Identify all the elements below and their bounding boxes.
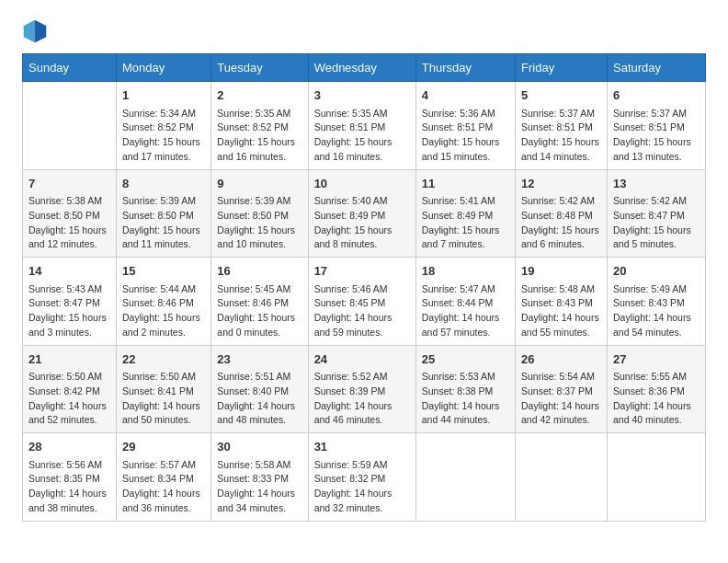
- sunrise-text: Sunrise: 5:39 AM: [122, 195, 196, 206]
- page-header: [22, 18, 706, 44]
- date-number: 18: [422, 262, 509, 281]
- cell-details: Sunrise: 5:53 AMSunset: 8:38 PMDaylight:…: [422, 370, 509, 428]
- daylight-text: Daylight: 14 hours and 52 minutes.: [28, 400, 107, 426]
- cell-details: Sunrise: 5:50 AMSunset: 8:41 PMDaylight:…: [122, 370, 205, 428]
- calendar-cell: 23Sunrise: 5:51 AMSunset: 8:40 PMDayligh…: [211, 345, 308, 433]
- sunset-text: Sunset: 8:51 PM: [314, 121, 386, 132]
- day-header-thursday: Thursday: [415, 54, 515, 82]
- daylight-text: Daylight: 15 hours and 0 minutes.: [217, 312, 295, 338]
- sunrise-text: Sunrise: 5:53 AM: [422, 371, 495, 382]
- cell-details: Sunrise: 5:38 AMSunset: 8:50 PMDaylight:…: [28, 194, 110, 252]
- day-header-friday: Friday: [516, 54, 608, 82]
- calendar-cell: 24Sunrise: 5:52 AMSunset: 8:39 PMDayligh…: [308, 345, 415, 433]
- sunrise-text: Sunrise: 5:50 AM: [28, 371, 102, 382]
- date-number: 3: [314, 86, 410, 105]
- date-number: 24: [314, 350, 410, 369]
- cell-details: Sunrise: 5:49 AMSunset: 8:43 PMDaylight:…: [613, 282, 700, 340]
- week-row-4: 21Sunrise: 5:50 AMSunset: 8:42 PMDayligh…: [23, 345, 706, 433]
- date-number: 22: [122, 350, 205, 369]
- sunrise-text: Sunrise: 5:36 AM: [422, 108, 495, 119]
- calendar-header-row: SundayMondayTuesdayWednesdayThursdayFrid…: [23, 54, 706, 82]
- date-number: 15: [122, 262, 205, 281]
- sunrise-text: Sunrise: 5:59 AM: [314, 459, 388, 470]
- cell-details: Sunrise: 5:36 AMSunset: 8:51 PMDaylight:…: [422, 107, 509, 165]
- date-number: 26: [521, 350, 601, 369]
- date-number: 2: [217, 86, 301, 105]
- sunrise-text: Sunrise: 5:37 AM: [613, 108, 687, 119]
- sunrise-text: Sunrise: 5:43 AM: [28, 283, 102, 294]
- cell-details: Sunrise: 5:37 AMSunset: 8:51 PMDaylight:…: [521, 107, 601, 165]
- sunset-text: Sunset: 8:45 PM: [314, 297, 386, 308]
- calendar-cell: 9Sunrise: 5:39 AMSunset: 8:50 PMDaylight…: [211, 169, 308, 258]
- daylight-text: Daylight: 14 hours and 57 minutes.: [422, 312, 500, 338]
- sunset-text: Sunset: 8:36 PM: [613, 385, 685, 396]
- cell-details: Sunrise: 5:40 AMSunset: 8:49 PMDaylight:…: [314, 194, 410, 252]
- daylight-text: Daylight: 14 hours and 54 minutes.: [613, 312, 691, 338]
- cell-details: Sunrise: 5:43 AMSunset: 8:47 PMDaylight:…: [28, 282, 110, 340]
- daylight-text: Daylight: 15 hours and 15 minutes.: [422, 136, 500, 162]
- calendar-cell: [516, 433, 608, 522]
- sunrise-text: Sunrise: 5:37 AM: [521, 108, 595, 119]
- daylight-text: Daylight: 15 hours and 5 minutes.: [613, 224, 691, 250]
- daylight-text: Daylight: 14 hours and 48 minutes.: [217, 400, 295, 426]
- calendar-cell: 14Sunrise: 5:43 AMSunset: 8:47 PMDayligh…: [23, 258, 117, 346]
- cell-details: Sunrise: 5:44 AMSunset: 8:46 PMDaylight:…: [122, 282, 205, 340]
- date-number: 29: [122, 438, 205, 456]
- calendar-cell: 8Sunrise: 5:39 AMSunset: 8:50 PMDaylight…: [117, 169, 211, 258]
- calendar-cell: 4Sunrise: 5:36 AMSunset: 8:51 PMDaylight…: [415, 82, 515, 170]
- sunset-text: Sunset: 8:48 PM: [521, 210, 593, 221]
- sunrise-text: Sunrise: 5:35 AM: [217, 108, 290, 119]
- date-number: 5: [521, 86, 601, 105]
- date-number: 13: [613, 175, 700, 193]
- calendar-cell: 6Sunrise: 5:37 AMSunset: 8:51 PMDaylight…: [608, 82, 706, 170]
- daylight-text: Daylight: 14 hours and 46 minutes.: [314, 400, 392, 426]
- cell-details: Sunrise: 5:48 AMSunset: 8:43 PMDaylight:…: [521, 282, 601, 340]
- date-number: 12: [521, 175, 601, 193]
- date-number: 19: [521, 262, 601, 281]
- daylight-text: Daylight: 15 hours and 12 minutes.: [28, 224, 107, 250]
- calendar-cell: 7Sunrise: 5:38 AMSunset: 8:50 PMDaylight…: [23, 169, 117, 258]
- daylight-text: Daylight: 14 hours and 55 minutes.: [521, 312, 599, 338]
- date-number: 8: [122, 175, 205, 193]
- cell-details: Sunrise: 5:35 AMSunset: 8:52 PMDaylight:…: [217, 107, 301, 165]
- date-number: 7: [28, 175, 110, 193]
- sunset-text: Sunset: 8:46 PM: [122, 297, 194, 308]
- sunset-text: Sunset: 8:50 PM: [28, 210, 100, 221]
- sunset-text: Sunset: 8:47 PM: [613, 210, 685, 221]
- sunset-text: Sunset: 8:42 PM: [28, 385, 100, 396]
- cell-details: Sunrise: 5:39 AMSunset: 8:50 PMDaylight:…: [217, 194, 301, 252]
- date-number: 4: [422, 86, 509, 105]
- daylight-text: Daylight: 15 hours and 3 minutes.: [28, 312, 107, 338]
- sunrise-text: Sunrise: 5:38 AM: [28, 195, 102, 206]
- sunrise-text: Sunrise: 5:52 AM: [314, 371, 388, 382]
- sunset-text: Sunset: 8:50 PM: [122, 210, 194, 221]
- calendar-cell: 21Sunrise: 5:50 AMSunset: 8:42 PMDayligh…: [23, 345, 117, 433]
- calendar-cell: 26Sunrise: 5:54 AMSunset: 8:37 PMDayligh…: [516, 345, 608, 433]
- calendar-cell: 19Sunrise: 5:48 AMSunset: 8:43 PMDayligh…: [516, 258, 608, 346]
- calendar-cell: 2Sunrise: 5:35 AMSunset: 8:52 PMDaylight…: [211, 82, 308, 170]
- cell-details: Sunrise: 5:45 AMSunset: 8:46 PMDaylight:…: [217, 282, 301, 340]
- sunset-text: Sunset: 8:49 PM: [422, 210, 494, 221]
- sunrise-text: Sunrise: 5:44 AM: [122, 283, 196, 294]
- sunset-text: Sunset: 8:52 PM: [122, 121, 194, 132]
- cell-details: Sunrise: 5:42 AMSunset: 8:47 PMDaylight:…: [613, 194, 700, 252]
- daylight-text: Daylight: 14 hours and 44 minutes.: [422, 400, 500, 426]
- sunset-text: Sunset: 8:51 PM: [613, 121, 685, 132]
- calendar-cell: 3Sunrise: 5:35 AMSunset: 8:51 PMDaylight…: [308, 82, 415, 170]
- sunrise-text: Sunrise: 5:49 AM: [613, 283, 687, 294]
- date-number: 14: [28, 262, 110, 281]
- daylight-text: Daylight: 15 hours and 10 minutes.: [217, 224, 295, 250]
- sunrise-text: Sunrise: 5:57 AM: [122, 459, 196, 470]
- cell-details: Sunrise: 5:42 AMSunset: 8:48 PMDaylight:…: [521, 194, 601, 252]
- cell-details: Sunrise: 5:50 AMSunset: 8:42 PMDaylight:…: [28, 370, 110, 428]
- sunrise-text: Sunrise: 5:39 AM: [217, 195, 290, 206]
- date-number: 28: [28, 438, 110, 456]
- calendar-cell: 20Sunrise: 5:49 AMSunset: 8:43 PMDayligh…: [608, 258, 706, 346]
- date-number: 20: [613, 262, 700, 281]
- calendar-cell: 31Sunrise: 5:59 AMSunset: 8:32 PMDayligh…: [308, 433, 415, 522]
- daylight-text: Daylight: 14 hours and 42 minutes.: [521, 400, 599, 426]
- calendar-cell: 27Sunrise: 5:55 AMSunset: 8:36 PMDayligh…: [608, 345, 706, 433]
- sunset-text: Sunset: 8:41 PM: [122, 385, 194, 396]
- daylight-text: Daylight: 15 hours and 17 minutes.: [122, 136, 200, 162]
- cell-details: Sunrise: 5:35 AMSunset: 8:51 PMDaylight:…: [314, 107, 410, 165]
